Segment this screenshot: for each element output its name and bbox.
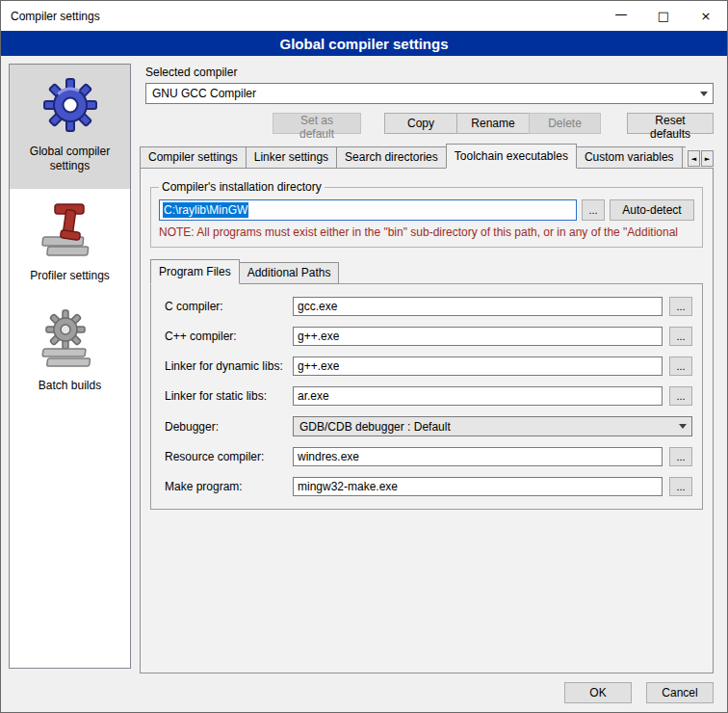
c-compiler-label: C compiler:: [165, 300, 286, 313]
batch-builds-icon: [39, 308, 101, 370]
set-as-default-button: Set as default: [273, 113, 361, 134]
chevron-down-icon: [674, 417, 691, 436]
debugger-label: Debugger:: [165, 420, 286, 434]
dynamic-linker-input[interactable]: [293, 356, 663, 376]
settings-tabbar: Compiler settings Linker settings Search…: [140, 144, 714, 169]
dynamic-linker-label: Linker for dynamic libs:: [165, 359, 286, 373]
compiler-settings-dialog: Compiler settings — □ × Global compiler …: [0, 0, 728, 713]
tab-custom-variables[interactable]: Custom variables: [576, 146, 683, 169]
program-files-page: C compiler: ... C++ compiler: ... Linker…: [150, 283, 703, 510]
static-linker-label: Linker for static libs:: [165, 389, 286, 403]
tab-build-options[interactable]: Build options: [682, 146, 686, 169]
rename-button[interactable]: Rename: [456, 113, 530, 134]
compiler-actions: Set as default Copy Rename Delete Reset …: [140, 113, 714, 134]
note-text: NOTE: All programs must exist either in …: [159, 225, 694, 239]
program-files-tabbar: Program Files Additional Paths: [150, 259, 705, 284]
static-linker-input[interactable]: [293, 386, 663, 406]
debugger-select-value: GDB/CDB debugger : Default: [299, 420, 451, 434]
window-controls: — □ ×: [600, 1, 727, 31]
sidebar-item-batch-builds[interactable]: Batch builds: [10, 299, 130, 409]
installation-directory-legend: Compiler's installation directory: [159, 180, 325, 194]
dialog-footer: OK Cancel: [140, 682, 714, 703]
tab-linker-settings[interactable]: Linker settings: [246, 146, 337, 169]
gear-icon: [39, 74, 101, 136]
ok-button[interactable]: OK: [564, 682, 632, 703]
chevron-down-icon: [695, 84, 713, 103]
window-title: Compiler settings: [1, 10, 100, 23]
static-linker-browse-button[interactable]: ...: [669, 386, 692, 406]
compiler-select-value: GNU GCC Compiler: [152, 87, 256, 100]
auto-detect-button[interactable]: Auto-detect: [610, 199, 694, 221]
close-icon: ×: [701, 9, 712, 23]
title-bar[interactable]: Compiler settings — □ ×: [1, 1, 727, 31]
make-program-input[interactable]: [293, 477, 663, 496]
tab-additional-paths[interactable]: Additional Paths: [239, 262, 340, 284]
compiler-select[interactable]: GNU GCC Compiler: [145, 83, 714, 104]
page-title: Global compiler settings: [1, 31, 727, 56]
sidebar-item-profiler-settings[interactable]: Profiler settings: [10, 189, 130, 299]
sidebar-item-label: Batch builds: [39, 379, 101, 393]
minimize-icon: —: [615, 7, 628, 21]
profiler-icon: [39, 198, 101, 260]
cpp-compiler-input[interactable]: [293, 327, 663, 346]
cpp-compiler-label: C++ compiler:: [165, 330, 286, 343]
tab-scroll-left-icon[interactable]: ◄: [688, 150, 700, 167]
cancel-button[interactable]: Cancel: [646, 682, 714, 703]
resource-compiler-label: Resource compiler:: [165, 450, 286, 463]
settings-sidebar: Global compiler settings Profiler settin…: [9, 64, 131, 669]
selected-compiler-label: Selected compiler: [145, 66, 714, 79]
install-dir-browse-button[interactable]: ...: [582, 199, 605, 221]
resource-compiler-browse-button[interactable]: ...: [669, 447, 692, 466]
tab-search-directories[interactable]: Search directories: [336, 146, 447, 169]
sidebar-item-label: Global compiler settings: [12, 145, 128, 173]
c-compiler-input[interactable]: [293, 297, 663, 316]
minimize-button[interactable]: —: [600, 1, 642, 31]
delete-button: Delete: [529, 113, 601, 134]
copy-button[interactable]: Copy: [384, 113, 457, 134]
close-button[interactable]: ×: [685, 1, 727, 31]
dynamic-linker-browse-button[interactable]: ...: [669, 356, 692, 376]
tab-program-files[interactable]: Program Files: [150, 259, 240, 284]
tab-compiler-settings[interactable]: Compiler settings: [140, 146, 247, 169]
maximize-icon: □: [658, 9, 669, 23]
c-compiler-browse-button[interactable]: ...: [669, 297, 692, 316]
make-program-label: Make program:: [165, 480, 286, 493]
installation-directory-group: Compiler's installation directory C:\ray…: [150, 180, 703, 248]
cpp-compiler-browse-button[interactable]: ...: [669, 327, 692, 346]
tabstrip: Compiler settings Linker settings Search…: [140, 144, 686, 169]
install-dir-input[interactable]: C:\raylib\MinGW: [159, 199, 577, 221]
toolchain-executables-page: Compiler's installation directory C:\ray…: [140, 168, 714, 673]
tab-toolchain-executables[interactable]: Toolchain executables: [446, 144, 577, 169]
make-program-browse-button[interactable]: ...: [669, 477, 692, 496]
tab-scroll-right-icon[interactable]: ►: [701, 150, 714, 167]
tab-scroll-controls: ◄ ►: [688, 150, 714, 167]
debugger-select[interactable]: GDB/CDB debugger : Default: [293, 416, 692, 436]
reset-defaults-button[interactable]: Reset defaults: [627, 113, 714, 134]
install-dir-value: C:\raylib\MinGW: [163, 202, 248, 218]
resource-compiler-input[interactable]: [293, 447, 663, 466]
sidebar-item-label: Profiler settings: [30, 269, 110, 283]
sidebar-item-global-compiler-settings[interactable]: Global compiler settings: [10, 65, 130, 189]
maximize-button[interactable]: □: [642, 1, 685, 31]
